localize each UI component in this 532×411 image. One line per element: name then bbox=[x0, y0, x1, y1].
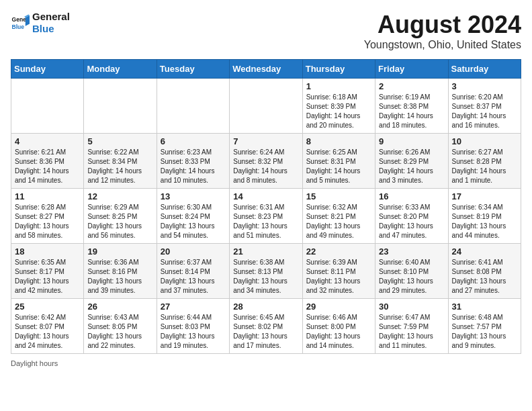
calendar-cell: 12Sunrise: 6:29 AM Sunset: 8:25 PM Dayli… bbox=[84, 189, 157, 244]
weekday-header-thursday: Thursday bbox=[302, 60, 375, 79]
day-info: Sunrise: 6:39 AM Sunset: 8:11 PM Dayligh… bbox=[306, 258, 371, 295]
day-info: Sunrise: 6:40 AM Sunset: 8:10 PM Dayligh… bbox=[379, 258, 444, 295]
weekday-header-wednesday: Wednesday bbox=[230, 60, 302, 79]
week-row-1: 1Sunrise: 6:18 AM Sunset: 8:39 PM Daylig… bbox=[11, 79, 521, 134]
calendar-cell: 10Sunrise: 6:27 AM Sunset: 8:28 PM Dayli… bbox=[448, 134, 521, 189]
day-info: Sunrise: 6:26 AM Sunset: 8:29 PM Dayligh… bbox=[379, 148, 444, 185]
day-number: 23 bbox=[379, 246, 444, 257]
calendar-cell: 20Sunrise: 6:37 AM Sunset: 8:14 PM Dayli… bbox=[157, 244, 229, 299]
calendar-cell: 2Sunrise: 6:19 AM Sunset: 8:38 PM Daylig… bbox=[375, 79, 448, 134]
weekday-header-monday: Monday bbox=[84, 60, 157, 79]
svg-text:Blue: Blue bbox=[12, 24, 25, 30]
calendar-cell: 15Sunrise: 6:32 AM Sunset: 8:21 PM Dayli… bbox=[302, 189, 375, 244]
calendar-cell bbox=[11, 79, 84, 134]
day-number: 30 bbox=[379, 302, 444, 312]
day-number: 8 bbox=[306, 136, 371, 146]
weekday-header-friday: Friday bbox=[375, 60, 448, 79]
calendar-cell: 13Sunrise: 6:30 AM Sunset: 8:24 PM Dayli… bbox=[157, 189, 229, 244]
week-row-2: 4Sunrise: 6:21 AM Sunset: 8:36 PM Daylig… bbox=[11, 134, 521, 189]
weekday-header-row: SundayMondayTuesdayWednesdayThursdayFrid… bbox=[11, 60, 521, 79]
calendar-table: SundayMondayTuesdayWednesdayThursdayFrid… bbox=[11, 59, 521, 354]
calendar-cell: 16Sunrise: 6:33 AM Sunset: 8:20 PM Dayli… bbox=[375, 189, 448, 244]
day-info: Sunrise: 6:27 AM Sunset: 8:28 PM Dayligh… bbox=[452, 148, 517, 185]
day-info: Sunrise: 6:24 AM Sunset: 8:32 PM Dayligh… bbox=[233, 148, 298, 185]
calendar-cell: 26Sunrise: 6:43 AM Sunset: 8:05 PM Dayli… bbox=[84, 299, 157, 354]
footer-label: Daylight hours bbox=[11, 359, 58, 367]
day-number: 24 bbox=[452, 246, 517, 257]
logo: General Blue General Blue bbox=[11, 11, 70, 35]
day-info: Sunrise: 6:25 AM Sunset: 8:31 PM Dayligh… bbox=[306, 148, 371, 185]
calendar-cell bbox=[230, 79, 302, 134]
week-row-4: 18Sunrise: 6:35 AM Sunset: 8:17 PM Dayli… bbox=[11, 244, 521, 299]
day-number: 1 bbox=[306, 81, 371, 91]
day-number: 28 bbox=[233, 302, 298, 312]
day-info: Sunrise: 6:37 AM Sunset: 8:14 PM Dayligh… bbox=[161, 258, 226, 295]
day-info: Sunrise: 6:21 AM Sunset: 8:36 PM Dayligh… bbox=[15, 148, 80, 185]
day-number: 10 bbox=[452, 136, 517, 146]
day-info: Sunrise: 6:28 AM Sunset: 8:27 PM Dayligh… bbox=[15, 203, 80, 240]
calendar-cell bbox=[84, 79, 157, 134]
calendar-cell: 25Sunrise: 6:42 AM Sunset: 8:07 PM Dayli… bbox=[11, 299, 84, 354]
day-number: 16 bbox=[379, 191, 444, 201]
day-number: 14 bbox=[233, 191, 298, 201]
calendar-cell: 6Sunrise: 6:23 AM Sunset: 8:33 PM Daylig… bbox=[157, 134, 229, 189]
day-info: Sunrise: 6:38 AM Sunset: 8:13 PM Dayligh… bbox=[233, 258, 298, 295]
day-info: Sunrise: 6:45 AM Sunset: 8:02 PM Dayligh… bbox=[233, 313, 298, 351]
day-number: 4 bbox=[15, 136, 80, 146]
calendar-cell: 17Sunrise: 6:34 AM Sunset: 8:19 PM Dayli… bbox=[448, 189, 521, 244]
day-info: Sunrise: 6:34 AM Sunset: 8:19 PM Dayligh… bbox=[452, 203, 517, 240]
location-title: Youngstown, Ohio, United States bbox=[364, 39, 521, 51]
weekday-header-saturday: Saturday bbox=[448, 60, 521, 79]
day-number: 20 bbox=[161, 246, 226, 257]
day-info: Sunrise: 6:30 AM Sunset: 8:24 PM Dayligh… bbox=[161, 203, 226, 240]
day-number: 25 bbox=[15, 302, 80, 312]
calendar-cell: 8Sunrise: 6:25 AM Sunset: 8:31 PM Daylig… bbox=[302, 134, 375, 189]
day-number: 2 bbox=[379, 81, 444, 91]
day-number: 31 bbox=[452, 302, 517, 312]
day-number: 17 bbox=[452, 191, 517, 201]
calendar-cell: 11Sunrise: 6:28 AM Sunset: 8:27 PM Dayli… bbox=[11, 189, 84, 244]
day-number: 9 bbox=[379, 136, 444, 146]
title-area: August 2024 Youngstown, Ohio, United Sta… bbox=[364, 11, 521, 51]
day-number: 11 bbox=[15, 191, 80, 201]
day-number: 26 bbox=[87, 302, 152, 312]
week-row-5: 25Sunrise: 6:42 AM Sunset: 8:07 PM Dayli… bbox=[11, 299, 521, 354]
day-info: Sunrise: 6:48 AM Sunset: 7:57 PM Dayligh… bbox=[452, 313, 517, 351]
calendar-cell: 31Sunrise: 6:48 AM Sunset: 7:57 PM Dayli… bbox=[448, 299, 521, 354]
day-info: Sunrise: 6:22 AM Sunset: 8:34 PM Dayligh… bbox=[87, 148, 152, 185]
day-info: Sunrise: 6:18 AM Sunset: 8:39 PM Dayligh… bbox=[306, 93, 371, 130]
calendar-cell: 27Sunrise: 6:44 AM Sunset: 8:03 PM Dayli… bbox=[157, 299, 229, 354]
weekday-header-tuesday: Tuesday bbox=[157, 60, 229, 79]
logo-icon: General Blue bbox=[11, 13, 30, 32]
day-info: Sunrise: 6:46 AM Sunset: 8:00 PM Dayligh… bbox=[306, 313, 371, 351]
day-info: Sunrise: 6:23 AM Sunset: 8:33 PM Dayligh… bbox=[161, 148, 226, 185]
calendar-cell: 24Sunrise: 6:41 AM Sunset: 8:08 PM Dayli… bbox=[448, 244, 521, 299]
day-info: Sunrise: 6:44 AM Sunset: 8:03 PM Dayligh… bbox=[161, 313, 226, 351]
calendar-cell: 28Sunrise: 6:45 AM Sunset: 8:02 PM Dayli… bbox=[230, 299, 302, 354]
calendar-cell bbox=[157, 79, 229, 134]
day-info: Sunrise: 6:29 AM Sunset: 8:25 PM Dayligh… bbox=[87, 203, 152, 240]
day-info: Sunrise: 6:35 AM Sunset: 8:17 PM Dayligh… bbox=[15, 258, 80, 295]
week-row-3: 11Sunrise: 6:28 AM Sunset: 8:27 PM Dayli… bbox=[11, 189, 521, 244]
weekday-header-sunday: Sunday bbox=[11, 60, 84, 79]
day-info: Sunrise: 6:36 AM Sunset: 8:16 PM Dayligh… bbox=[87, 258, 152, 295]
calendar-cell: 29Sunrise: 6:46 AM Sunset: 8:00 PM Dayli… bbox=[302, 299, 375, 354]
footer: Daylight hours bbox=[11, 359, 521, 367]
calendar-cell: 22Sunrise: 6:39 AM Sunset: 8:11 PM Dayli… bbox=[302, 244, 375, 299]
calendar-cell: 4Sunrise: 6:21 AM Sunset: 8:36 PM Daylig… bbox=[11, 134, 84, 189]
day-number: 12 bbox=[87, 191, 152, 201]
day-info: Sunrise: 6:33 AM Sunset: 8:20 PM Dayligh… bbox=[379, 203, 444, 240]
calendar-cell: 30Sunrise: 6:47 AM Sunset: 7:59 PM Dayli… bbox=[375, 299, 448, 354]
day-info: Sunrise: 6:47 AM Sunset: 7:59 PM Dayligh… bbox=[379, 313, 444, 351]
calendar-cell: 5Sunrise: 6:22 AM Sunset: 8:34 PM Daylig… bbox=[84, 134, 157, 189]
day-info: Sunrise: 6:41 AM Sunset: 8:08 PM Dayligh… bbox=[452, 258, 517, 295]
day-number: 5 bbox=[87, 136, 152, 146]
day-number: 21 bbox=[233, 246, 298, 257]
day-number: 19 bbox=[87, 246, 152, 257]
day-number: 18 bbox=[15, 246, 80, 257]
day-number: 27 bbox=[161, 302, 226, 312]
day-info: Sunrise: 6:32 AM Sunset: 8:21 PM Dayligh… bbox=[306, 203, 371, 240]
calendar-cell: 3Sunrise: 6:20 AM Sunset: 8:37 PM Daylig… bbox=[448, 79, 521, 134]
day-number: 15 bbox=[306, 191, 371, 201]
day-number: 7 bbox=[233, 136, 298, 146]
